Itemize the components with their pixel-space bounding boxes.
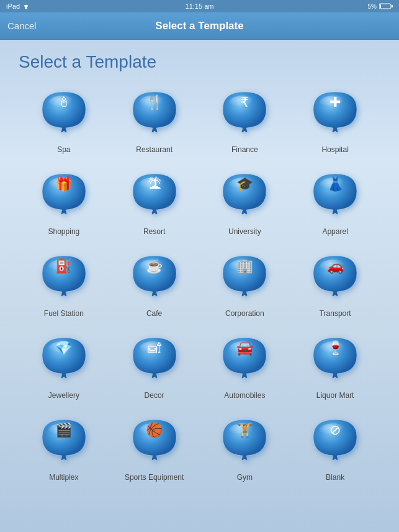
template-item-spa[interactable]: 🕯Spa [19, 84, 109, 154]
bubble-icon-blank: ⊘ [307, 412, 363, 468]
svg-point-23 [320, 423, 347, 438]
svg-point-10 [229, 178, 256, 192]
bubble-icon-corporation: 🏢 [217, 248, 272, 304]
svg-point-4 [48, 96, 76, 110]
svg-point-12 [48, 259, 76, 274]
template-label-gym: Gym [237, 473, 253, 482]
template-label-resort: Resort [143, 227, 165, 236]
template-label-multiplex: Multiplex [49, 473, 78, 482]
bubble-icon-transport: 🚗 [307, 248, 363, 304]
template-item-jewellery[interactable]: 💎Jewellery [19, 330, 109, 400]
template-item-apparel[interactable]: 👗Apparel [290, 166, 380, 236]
status-left: iPad [6, 2, 30, 10]
template-label-liquor: Liquor Mart [316, 391, 354, 400]
template-label-finance: Finance [231, 145, 258, 154]
nav-title: Select a Template [155, 20, 243, 32]
template-item-shopping[interactable]: 🎁Shopping [19, 166, 109, 236]
template-item-fuel[interactable]: ⛽Fuel Station [19, 248, 109, 318]
status-time: 11:15 am [186, 2, 214, 10]
cancel-button[interactable]: Cancel [7, 20, 37, 31]
template-item-automobiles[interactable]: 🚘Automobiles [200, 330, 290, 400]
template-item-transport[interactable]: 🚗Transport [290, 248, 380, 318]
svg-point-5 [139, 96, 166, 110]
template-label-apparel: Apparel [322, 227, 347, 236]
battery-icon [379, 3, 393, 9]
device-name: iPad [6, 2, 20, 10]
svg-point-17 [139, 341, 166, 356]
bubble-icon-resort: 🏝 [127, 166, 182, 222]
bubble-icon-sports: 🏀 [127, 412, 182, 468]
bubble-icon-apparel: 👗 [307, 166, 363, 222]
template-item-corporation[interactable]: 🏢Corporation [200, 248, 290, 318]
svg-point-14 [229, 259, 256, 274]
template-grid: 🕯Spa🍴Restaurant₹Finance✚Hospital🎁Shoppin… [19, 84, 380, 482]
svg-point-18 [229, 341, 256, 356]
battery-text: 5% [368, 3, 377, 10]
content-area: Select a Template 🕯Spa🍴Restaurant₹Financ… [0, 40, 399, 532]
svg-point-22 [229, 423, 256, 438]
bubble-icon-hospital: ✚ [307, 84, 363, 140]
bubble-icon-university: 🎓 [217, 166, 272, 222]
svg-point-15 [320, 259, 347, 274]
template-label-sports: Sports Equipment [125, 473, 184, 482]
svg-point-7 [320, 96, 347, 110]
svg-point-16 [48, 341, 76, 356]
bubble-icon-decor: 🛋 [127, 330, 182, 386]
template-item-hospital[interactable]: ✚Hospital [290, 84, 380, 154]
template-label-spa: Spa [57, 145, 70, 154]
template-item-liquor[interactable]: 🍷Liquor Mart [290, 330, 380, 400]
svg-point-6 [229, 96, 256, 110]
template-item-multiplex[interactable]: 🎬Multiplex [19, 412, 109, 482]
template-label-jewellery: Jewellery [48, 391, 79, 400]
template-label-automobiles: Automobiles [224, 391, 265, 400]
template-label-decor: Decor [145, 391, 164, 400]
page-title: Select a Template [19, 52, 380, 72]
template-label-restaurant: Restaurant [136, 145, 173, 154]
bubble-icon-gym: 🏋 [217, 412, 272, 468]
svg-rect-2 [380, 4, 381, 8]
template-item-cafe[interactable]: ☕Cafe [109, 248, 200, 318]
bubble-icon-multiplex: 🎬 [36, 412, 92, 468]
bubble-icon-restaurant: 🍴 [127, 84, 182, 140]
status-right: 5% [368, 3, 393, 10]
template-item-restaurant[interactable]: 🍴Restaurant [109, 84, 200, 154]
template-item-resort[interactable]: 🏝Resort [109, 166, 200, 236]
bubble-icon-fuel: ⛽ [36, 248, 92, 304]
template-item-university[interactable]: 🎓University [200, 166, 290, 236]
template-item-sports[interactable]: 🏀Sports Equipment [109, 412, 200, 482]
bubble-icon-jewellery: 💎 [36, 330, 92, 386]
template-label-blank: Blank [326, 473, 344, 482]
bubble-icon-shopping: 🎁 [36, 166, 92, 222]
svg-point-8 [48, 178, 76, 192]
bubble-icon-spa: 🕯 [36, 84, 92, 140]
template-label-transport: Transport [320, 309, 351, 318]
template-label-university: University [228, 227, 261, 236]
status-bar: iPad 11:15 am 5% [0, 0, 399, 12]
template-item-finance[interactable]: ₹Finance [200, 84, 290, 154]
svg-point-9 [139, 178, 166, 192]
bubble-icon-finance: ₹ [217, 84, 272, 140]
template-label-shopping: Shopping [48, 227, 80, 236]
svg-point-20 [48, 423, 76, 438]
template-item-blank[interactable]: ⊘Blank [290, 412, 380, 482]
svg-point-21 [139, 423, 166, 438]
template-item-decor[interactable]: 🛋Decor [109, 330, 200, 400]
template-label-fuel: Fuel Station [44, 309, 84, 318]
template-label-hospital: Hospital [321, 145, 348, 154]
nav-bar: Cancel Select a Template [0, 12, 399, 40]
bubble-icon-automobiles: 🚘 [217, 330, 272, 386]
wifi-icon [22, 3, 30, 9]
svg-point-13 [139, 259, 166, 274]
svg-point-11 [320, 178, 347, 192]
svg-point-19 [320, 341, 347, 356]
bubble-icon-cafe: ☕ [127, 248, 182, 304]
template-label-corporation: Corporation [225, 309, 264, 318]
template-label-cafe: Cafe [146, 309, 162, 318]
bubble-icon-liquor: 🍷 [307, 330, 363, 386]
svg-rect-3 [392, 5, 393, 7]
template-item-gym[interactable]: 🏋Gym [200, 412, 290, 482]
